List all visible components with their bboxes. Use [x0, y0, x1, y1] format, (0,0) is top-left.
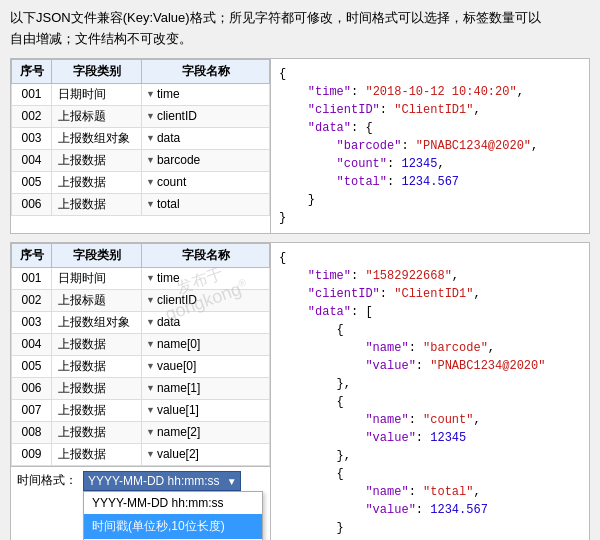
time-format-select-wrapper[interactable]: YYYY-MM-DD hh:mm:ss ▼ YYYY-MM-DD hh:mm:s…: [83, 471, 241, 491]
dropdown-icon[interactable]: ▼: [146, 295, 155, 305]
cell-id: 004: [12, 333, 52, 355]
table2-header-type: 字段类别: [52, 243, 142, 267]
dropdown-icon[interactable]: ▼: [146, 177, 155, 187]
dropdown-icon[interactable]: ▼: [146, 405, 155, 415]
page-wrapper: 以下JSON文件兼容(Key:Value)格式；所见字符都可修改，时间格式可以选…: [0, 0, 600, 540]
field-name-text: data: [157, 131, 180, 145]
cell-name: ▼ total: [142, 193, 270, 215]
field-name-text: total: [157, 197, 180, 211]
cell-name: ▼ time: [142, 267, 270, 289]
table1-row: 006 上报数据 ▼ total: [12, 193, 270, 215]
field-name-text: clientID: [157, 109, 197, 123]
cell-id: 007: [12, 399, 52, 421]
table1: 序号 字段类别 字段名称 001 日期时间 ▼ time 002 上报标题 ▼ …: [11, 59, 270, 216]
cell-name: ▼ time: [142, 83, 270, 105]
table1-row: 003 上报数组对象 ▼ data: [12, 127, 270, 149]
cell-type: 日期时间: [52, 83, 142, 105]
cell-type: 上报数据: [52, 421, 142, 443]
field-name-text: name[1]: [157, 381, 200, 395]
cell-id: 005: [12, 355, 52, 377]
dropdown-icon[interactable]: ▼: [146, 89, 155, 99]
intro-line1: 以下JSON文件兼容(Key:Value)格式；所见字符都可修改，时间格式可以选…: [10, 10, 541, 25]
cell-type: 上报数据: [52, 333, 142, 355]
table1-row: 002 上报标题 ▼ clientID: [12, 105, 270, 127]
table2: 序号 字段类别 字段名称 001 日期时间 ▼ time 002 上报标题 ▼ …: [11, 243, 270, 466]
table2-row: 009 上报数据 ▼ value[2]: [12, 443, 270, 465]
cell-id: 004: [12, 149, 52, 171]
intro-line2: 自由增减；文件结构不可改变。: [10, 31, 192, 46]
cell-id: 002: [12, 105, 52, 127]
dropdown-icon[interactable]: ▼: [146, 273, 155, 283]
table2-row: 008 上报数据 ▼ name[2]: [12, 421, 270, 443]
table2-header-id: 序号: [12, 243, 52, 267]
field-name-text: value[2]: [157, 447, 199, 461]
cell-id: 001: [12, 267, 52, 289]
cell-type: 上报标题: [52, 289, 142, 311]
dropdown-icon[interactable]: ▼: [146, 427, 155, 437]
dropdown-icon[interactable]: ▼: [146, 133, 155, 143]
field-name-text: count: [157, 175, 186, 189]
cell-id: 002: [12, 289, 52, 311]
cell-name: ▼ clientID: [142, 105, 270, 127]
table2-row: 007 上报数据 ▼ value[1]: [12, 399, 270, 421]
dropdown-icon[interactable]: ▼: [146, 111, 155, 121]
field-name-text: value[1]: [157, 403, 199, 417]
dropdown-icon[interactable]: ▼: [146, 155, 155, 165]
time-format-selected[interactable]: YYYY-MM-DD hh:mm:ss: [83, 471, 241, 491]
cell-name: ▼ name[2]: [142, 421, 270, 443]
table1-row: 001 日期时间 ▼ time: [12, 83, 270, 105]
field-name-text: data: [157, 315, 180, 329]
cell-type: 上报标题: [52, 105, 142, 127]
cell-type: 上报数组对象: [52, 311, 142, 333]
cell-name: ▼ data: [142, 311, 270, 333]
time-format-label: 时间格式：: [17, 472, 77, 489]
table2-row: 004 上报数据 ▼ name[0]: [12, 333, 270, 355]
dropdown-item-0[interactable]: YYYY-MM-DD hh:mm:ss: [84, 492, 262, 514]
field-name-text: time: [157, 87, 180, 101]
cell-name: ▼ data: [142, 127, 270, 149]
cell-name: ▼ count: [142, 171, 270, 193]
table1-header-id: 序号: [12, 59, 52, 83]
field-name-text: time: [157, 271, 180, 285]
table2-row: 002 上报标题 ▼ clientID: [12, 289, 270, 311]
dropdown-icon[interactable]: ▼: [146, 199, 155, 209]
cell-name: ▼ clientID: [142, 289, 270, 311]
cell-name: ▼ value[2]: [142, 443, 270, 465]
dropdown-icon[interactable]: ▼: [146, 339, 155, 349]
cell-type: 日期时间: [52, 267, 142, 289]
table1-row: 005 上报数据 ▼ count: [12, 171, 270, 193]
field-name-text: barcode: [157, 153, 200, 167]
dropdown-icon[interactable]: ▼: [146, 383, 155, 393]
section1: 序号 字段类别 字段名称 001 日期时间 ▼ time 002 上报标题 ▼ …: [10, 58, 590, 234]
cell-type: 上报数组对象: [52, 127, 142, 149]
cell-id: 003: [12, 127, 52, 149]
cell-type: 上报数据: [52, 149, 142, 171]
cell-type: 上报数据: [52, 399, 142, 421]
json2-display: { "time": "1582922668", "clientID": "Cli…: [271, 243, 589, 540]
cell-name: ▼ value[1]: [142, 399, 270, 421]
table2-row: 006 上报数据 ▼ name[1]: [12, 377, 270, 399]
cell-type: 上报数据: [52, 355, 142, 377]
dropdown-icon[interactable]: ▼: [146, 361, 155, 371]
table1-side: 序号 字段类别 字段名称 001 日期时间 ▼ time 002 上报标题 ▼ …: [11, 59, 271, 233]
cell-type: 上报数据: [52, 193, 142, 215]
cell-id: 001: [12, 83, 52, 105]
dropdown-icon[interactable]: ▼: [146, 449, 155, 459]
table2-row: 005 上报数据 ▼ vaue[0]: [12, 355, 270, 377]
cell-name: ▼ name[0]: [142, 333, 270, 355]
cell-name: ▼ name[1]: [142, 377, 270, 399]
table2-row: 003 上报数组对象 ▼ data: [12, 311, 270, 333]
cell-name: ▼ barcode: [142, 149, 270, 171]
table1-header-type: 字段类别: [52, 59, 142, 83]
intro-text: 以下JSON文件兼容(Key:Value)格式；所见字符都可修改，时间格式可以选…: [10, 8, 590, 50]
time-format-row: 时间格式： YYYY-MM-DD hh:mm:ss ▼ YYYY-MM-DD h…: [11, 466, 270, 495]
dropdown-icon[interactable]: ▼: [146, 317, 155, 327]
field-name-text: name[0]: [157, 337, 200, 351]
cell-id: 003: [12, 311, 52, 333]
cell-type: 上报数据: [52, 171, 142, 193]
table2-row: 001 日期时间 ▼ time: [12, 267, 270, 289]
dropdown-item-1[interactable]: 时间戳(单位秒,10位长度): [84, 514, 262, 539]
json1-display: { "time": "2018-10-12 10:40:20", "client…: [271, 59, 589, 233]
field-name-text: name[2]: [157, 425, 200, 439]
field-name-text: vaue[0]: [157, 359, 196, 373]
